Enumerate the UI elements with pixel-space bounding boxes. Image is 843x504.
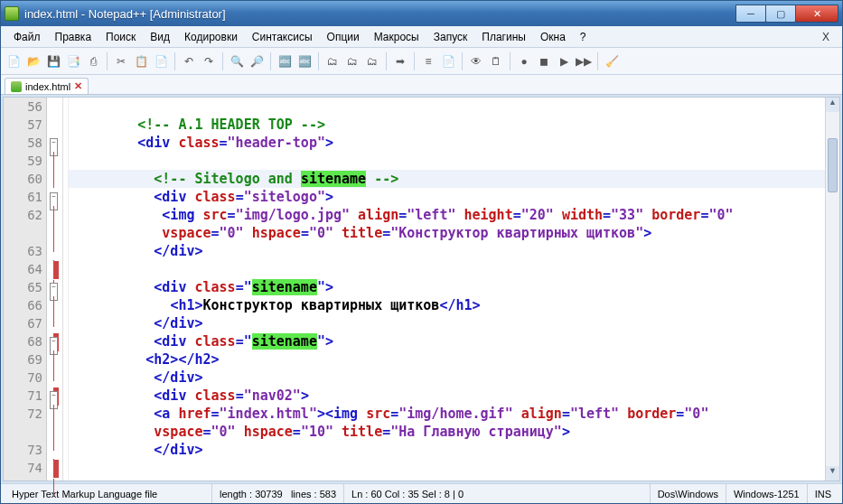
- code-line[interactable]: </div>: [69, 314, 825, 332]
- line-number-gutter: 56575859606162636465666768697071727374: [4, 98, 47, 481]
- fold-cell[interactable]: −: [47, 332, 62, 350]
- toolbar-button[interactable]: 📑: [64, 52, 82, 70]
- fold-column[interactable]: −−−−−: [47, 98, 63, 481]
- menu-файл[interactable]: Файл: [6, 29, 48, 45]
- fold-cell[interactable]: [47, 423, 62, 441]
- menu-окна[interactable]: Окна: [533, 29, 573, 45]
- toolbar-button[interactable]: 🔤: [295, 52, 314, 70]
- toolbar-button[interactable]: ◼: [535, 52, 553, 70]
- toolbar-button[interactable]: ↷: [200, 52, 218, 70]
- toolbar-button[interactable]: 📄: [439, 52, 457, 70]
- fold-cell[interactable]: −: [47, 387, 62, 405]
- code-line[interactable]: <a href="index.html"><img src="img/home.…: [69, 405, 825, 423]
- app-icon: [5, 6, 19, 21]
- code-line[interactable]: vspace="0" hspace="10" title="На Главную…: [69, 423, 825, 441]
- fold-cell[interactable]: [47, 98, 62, 116]
- minimize-button[interactable]: ─: [735, 5, 766, 23]
- toolbar-button[interactable]: ⎙: [84, 52, 102, 70]
- close-button[interactable]: ✕: [795, 5, 838, 23]
- menu-?[interactable]: ?: [573, 29, 594, 45]
- toolbar-button[interactable]: ↶: [180, 52, 198, 70]
- toolbar-button[interactable]: 📂: [24, 52, 42, 70]
- menu-правка[interactable]: Правка: [48, 29, 99, 45]
- fold-cell[interactable]: [47, 260, 62, 278]
- code-line[interactable]: <div class="nav02">: [69, 387, 825, 405]
- toolbar-button[interactable]: 🗂: [323, 52, 342, 70]
- fold-cell[interactable]: [47, 459, 62, 477]
- toolbar-button[interactable]: 🔎: [248, 52, 266, 70]
- code-line[interactable]: [69, 260, 825, 278]
- menu-плагины[interactable]: Плагины: [474, 29, 533, 45]
- menu-макросы[interactable]: Макросы: [367, 29, 426, 45]
- code-line[interactable]: <div class="sitename">: [69, 278, 825, 296]
- code-line[interactable]: </div>: [69, 369, 825, 387]
- code-line[interactable]: <img src="img/logo.jpg" align="left" hei…: [69, 206, 825, 224]
- toolbar-button[interactable]: ➡: [391, 52, 409, 70]
- scroll-up-icon[interactable]: ▲: [826, 98, 839, 112]
- close-icon[interactable]: ✕: [74, 80, 82, 92]
- close-doc-button[interactable]: X: [815, 29, 837, 45]
- scrollbar-thumb[interactable]: [828, 138, 838, 192]
- code-area[interactable]: <!-- A.1 HEADER TOP --> <div class="head…: [69, 98, 825, 481]
- menu-вид[interactable]: Вид: [143, 29, 177, 45]
- toolbar-button[interactable]: ▶: [555, 52, 573, 70]
- code-line[interactable]: <div class="sitename">: [69, 332, 825, 350]
- menu-запуск[interactable]: Запуск: [426, 29, 475, 45]
- toolbar-button[interactable]: 🔍: [228, 52, 246, 70]
- code-line[interactable]: <h1>Конструктор квартирных щитков</h1>: [69, 296, 825, 314]
- line-number: 73: [4, 441, 46, 459]
- toolbar-button[interactable]: 🔤: [276, 52, 294, 70]
- fold-cell[interactable]: [47, 369, 62, 387]
- menu-кодировки[interactable]: Кодировки: [177, 29, 245, 45]
- fold-cell[interactable]: −: [47, 278, 62, 296]
- maximize-button[interactable]: ▢: [765, 5, 796, 23]
- fold-cell[interactable]: [47, 224, 62, 242]
- toolbar-separator: [222, 52, 223, 70]
- toolbar-button[interactable]: 📋: [132, 52, 150, 70]
- fold-cell[interactable]: [47, 296, 62, 314]
- code-line[interactable]: [69, 459, 825, 477]
- code-line[interactable]: <!-- A.1 HEADER TOP -->: [69, 116, 825, 134]
- file-icon: [11, 81, 22, 92]
- toolbar-button[interactable]: 🧹: [603, 52, 621, 70]
- fold-cell[interactable]: [47, 170, 62, 188]
- code-line[interactable]: <div class="header-top">: [69, 134, 825, 152]
- vertical-scrollbar[interactable]: ▲ ▼: [825, 98, 839, 481]
- code-line[interactable]: vspace="0" hspace="0" title="Конструктор…: [69, 224, 825, 242]
- line-number: 66: [4, 296, 46, 314]
- menu-опции[interactable]: Опции: [320, 29, 367, 45]
- toolbar-button[interactable]: ≡: [419, 52, 437, 70]
- code-line[interactable]: </div>: [69, 441, 825, 459]
- menu-поиск[interactable]: Поиск: [98, 29, 143, 45]
- fold-cell[interactable]: [47, 405, 62, 423]
- toolbar-button[interactable]: 📄: [152, 52, 170, 70]
- fold-cell[interactable]: [47, 314, 62, 332]
- status-mode: INS: [815, 489, 831, 499]
- toolbar-button[interactable]: ▶▶: [575, 52, 593, 70]
- toolbar-button[interactable]: 🗒: [487, 52, 505, 70]
- fold-cell[interactable]: [47, 350, 62, 369]
- fold-cell[interactable]: −: [47, 188, 62, 206]
- code-line[interactable]: </div>: [69, 242, 825, 260]
- code-line[interactable]: <div class="sitelogo">: [69, 188, 825, 206]
- toolbar-button[interactable]: 🗂: [343, 52, 361, 70]
- code-line[interactable]: <!-- Sitelogo and sitename -->: [69, 170, 825, 188]
- fold-cell[interactable]: −: [47, 134, 62, 152]
- fold-cell[interactable]: [47, 242, 62, 260]
- fold-cell[interactable]: [47, 116, 62, 134]
- fold-cell[interactable]: [47, 206, 62, 224]
- toolbar-button[interactable]: ✂: [112, 52, 130, 70]
- code-line[interactable]: <h2></h2>: [69, 350, 825, 369]
- scroll-down-icon[interactable]: ▼: [826, 466, 839, 481]
- code-line[interactable]: [69, 152, 825, 170]
- toolbar-button[interactable]: 💾: [44, 52, 62, 70]
- tab-index-html[interactable]: index.html ✕: [5, 78, 89, 94]
- menu-синтаксисы[interactable]: Синтаксисы: [245, 29, 320, 45]
- fold-cell[interactable]: [47, 152, 62, 170]
- code-line[interactable]: [69, 98, 825, 116]
- fold-cell[interactable]: [47, 441, 62, 459]
- toolbar-button[interactable]: ●: [515, 52, 533, 70]
- toolbar-button[interactable]: 📄: [5, 52, 23, 70]
- toolbar-button[interactable]: 👁: [467, 52, 485, 70]
- toolbar-button[interactable]: 🗂: [363, 52, 381, 70]
